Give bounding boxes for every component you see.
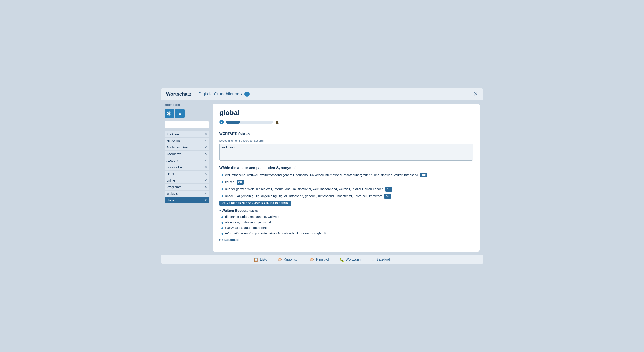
progress-info-icon: i (220, 120, 224, 124)
synonym-text: auf der ganzen Welt, in aller Welt, inte… (225, 187, 473, 192)
svg-text:🕐: 🕐 (168, 112, 171, 115)
synonym-text: erdumfassend, weltweit, weltumfassend ge… (225, 172, 473, 178)
weitere-text: die ganze Erde umspannend, weltweit (225, 215, 280, 219)
nav-liste[interactable]: 📋 Liste (254, 257, 267, 262)
weitere-item-3: ◆ Politik: alle Staaten betreffend (220, 226, 473, 230)
remove-icon[interactable]: ✕ (204, 192, 207, 195)
progress-bar-fill (226, 120, 240, 123)
diamond-bullet: ◆ (221, 232, 224, 235)
diamond-bullet: ◆ (221, 226, 224, 230)
remove-icon[interactable]: ✕ (204, 179, 207, 182)
app-window: Wortschatz | Digitale Grundbildung ▾ i ✕… (161, 88, 483, 264)
list-item[interactable]: online ✕ (164, 177, 209, 184)
sort-label: SORTIEREN (164, 104, 209, 106)
diamond-bullet: ◆ (221, 194, 224, 198)
bottom-nav: 📋 Liste 🐡 Kugelfisch 🐡 Kimspiel 🐛 Wortwu… (161, 255, 483, 264)
list-item[interactable]: Website ✕ (164, 191, 209, 197)
title-bar: Wortschatz | Digitale Grundbildung ▾ i ✕ (161, 88, 483, 100)
list-item[interactable]: Account ✕ (164, 157, 209, 164)
module-dropdown-arrow[interactable]: ▾ (241, 92, 242, 96)
weitere-heading: ▾ Weitere Bedeutungen: (220, 209, 473, 213)
list-item[interactable]: Alternative ✕ (164, 151, 209, 157)
weitere-item-2: ◆ allgemein, umfassend, pauschal (220, 220, 473, 224)
bedeutung-label: Bedeutung (am Fundort bei SchuBu): (220, 139, 473, 142)
sort-alpha-button[interactable]: 🕐 (164, 109, 174, 118)
progress-row: i ♟ (220, 119, 473, 125)
synonym-text: irdisch OK (225, 180, 473, 185)
nav-wortwurm-label: Wortwurm (346, 258, 361, 262)
info-button[interactable]: i (244, 92, 250, 97)
weitere-text: allgemein, umfassend, pauschal (225, 220, 271, 224)
remove-icon[interactable]: ✕ (204, 165, 207, 169)
sort-level-button[interactable]: ♟ (175, 109, 184, 118)
synonym-group-4: ◆ absolut, allgemein gültig, allgemeingü… (220, 194, 473, 199)
remove-icon[interactable]: ✕ (204, 159, 207, 162)
synonym-group-1: ◆ erdumfassend, weltweit, weltumfassend … (220, 172, 473, 178)
sidebar: SORTIEREN 🕐 ♟ Funktion ✕ (164, 104, 209, 252)
list-item[interactable]: Funktion ✕ (164, 131, 209, 137)
chess-piece-icon: ♟ (275, 119, 279, 125)
ok-badge[interactable]: OK (420, 173, 428, 178)
bedeutung-textarea[interactable]: weltweit (220, 143, 473, 161)
search-input[interactable] (164, 121, 209, 128)
list-item-active[interactable]: global ✕ (164, 197, 209, 203)
sort-buttons: 🕐 ♟ (164, 109, 209, 118)
wortart-label: WORTART: (220, 132, 238, 135)
nav-kimspiel[interactable]: 🐡 Kimspiel (310, 257, 329, 262)
nav-satzduell[interactable]: ⚔ Satzduell (371, 257, 390, 262)
ok-badge[interactable]: OK (236, 180, 244, 185)
nav-kugelfisch[interactable]: 🐡 Kugelfisch (278, 257, 300, 262)
app-title: Wortschatz (166, 91, 191, 97)
beispiele-arrow[interactable]: ▸ (220, 238, 221, 241)
main-content: SORTIEREN 🕐 ♟ Funktion ✕ (161, 100, 483, 255)
detail-panel: global i ♟ WORTART: Adjektiv Bedeutung (… (213, 104, 480, 252)
nav-liste-label: Liste (260, 258, 267, 262)
list-item[interactable]: Suchmaschine ✕ (164, 144, 209, 150)
remove-icon[interactable]: ✕ (204, 198, 207, 202)
diamond-bullet: ◆ (221, 173, 224, 177)
nav-wortwurm[interactable]: 🐛 Wortwurm (339, 257, 361, 262)
nav-kimspiel-label: Kimspiel (316, 258, 329, 262)
satzduell-icon: ⚔ (371, 257, 375, 262)
remove-icon[interactable]: ✕ (204, 139, 207, 142)
divider (220, 128, 473, 128)
remove-icon[interactable]: ✕ (204, 132, 207, 136)
word-list: Funktion ✕ Netzwerk ✕ Suchmaschine ✕ Alt… (164, 131, 209, 203)
remove-icon[interactable]: ✕ (204, 145, 207, 149)
list-item[interactable]: Netzwerk ✕ (164, 138, 209, 144)
synonyme-heading: Wähle die am besten passenden Synonyme! (220, 166, 473, 170)
kimspiel-icon: 🐡 (310, 257, 314, 262)
weitere-text: Informatik: allen Komponenten eines Modu… (225, 232, 329, 235)
diamond-bullet: ◆ (221, 187, 224, 191)
liste-icon: 📋 (254, 257, 258, 262)
wortart-row: WORTART: Adjektiv (220, 132, 473, 136)
collapse-arrow[interactable]: ▾ (220, 209, 221, 212)
weitere-item-1: ◆ die ganze Erde umspannend, weltweit (220, 215, 473, 219)
list-item[interactable]: Programm ✕ (164, 184, 209, 190)
list-item[interactable]: personalisieren ✕ (164, 164, 209, 170)
ok-badge[interactable]: OK (385, 187, 392, 192)
remove-icon[interactable]: ✕ (204, 172, 207, 175)
keine-synonyme-button[interactable]: KEINE DIESER SYNONYMGRUPPEN IST PASSEND. (220, 201, 292, 206)
wortart-value: Adjektiv (238, 132, 250, 135)
close-button[interactable]: ✕ (473, 91, 478, 97)
module-title[interactable]: Digitale Grundbildung ▾ (198, 92, 242, 96)
list-item[interactable]: Datei ✕ (164, 171, 209, 177)
weitere-item-4: ◆ Informatik: allen Komponenten eines Mo… (220, 232, 473, 235)
nav-satzduell-label: Satzduell (376, 258, 390, 262)
wortwurm-icon: 🐛 (339, 257, 344, 262)
beispiele-section: ▸ ▸ Beispiele: (220, 238, 473, 242)
remove-icon[interactable]: ✕ (204, 185, 207, 189)
synonym-text: absolut, allgemein gültig, allgemeingült… (225, 194, 473, 199)
ok-badge[interactable]: OK (384, 194, 391, 199)
title-bar-left: Wortschatz | Digitale Grundbildung ▾ i (166, 91, 250, 97)
progress-bar-container (226, 120, 273, 123)
title-separator: | (194, 91, 196, 97)
nav-kugelfisch-label: Kugelfisch (284, 258, 300, 262)
remove-icon[interactable]: ✕ (204, 152, 207, 155)
kugelfisch-icon: 🐡 (278, 257, 282, 262)
synonym-group-2: ◆ irdisch OK (220, 180, 473, 185)
diamond-bullet: ◆ (221, 180, 224, 184)
word-title: global (220, 109, 473, 117)
diamond-bullet: ◆ (221, 215, 224, 219)
